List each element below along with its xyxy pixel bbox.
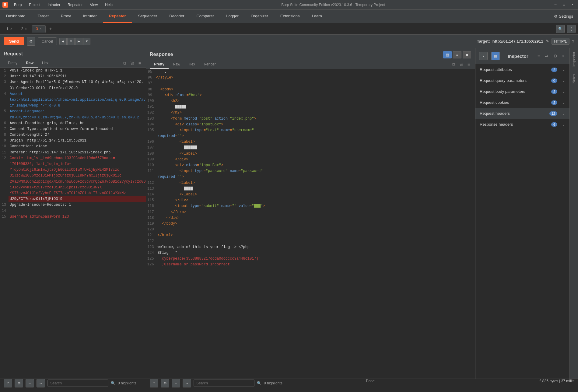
resp-help-icon[interactable]: ? [150, 379, 158, 387]
inspector-equals-icon[interactable]: ⇌ [544, 52, 550, 60]
prev-dropdown[interactable]: ▼ [67, 38, 75, 45]
request-tab-raw[interactable]: Raw [22, 59, 38, 68]
prev-button[interactable]: ◀ [59, 38, 67, 45]
settings-button[interactable]: ⚙ [27, 37, 35, 46]
side-panel: Inspector Notes [569, 48, 578, 379]
more-options-button[interactable]: ⋮ [567, 25, 576, 33]
response-title: Response [150, 52, 173, 57]
resp-settings-icon[interactable]: ⚙ [161, 379, 169, 387]
close-button[interactable]: × [569, 2, 576, 7]
code-line: 115 </div> [146, 198, 475, 203]
request-format-icon[interactable]: ⧉ [122, 60, 128, 67]
response-tabs: Pretty Raw Hex Render [150, 60, 220, 69]
request-tools: ⧉ \n ≡ [122, 60, 142, 67]
view-list-btn[interactable]: ≡ [453, 51, 461, 58]
req-settings-icon[interactable]: ⚙ [15, 379, 23, 387]
maximize-button[interactable]: □ [561, 2, 567, 7]
nav-dashboard[interactable]: Dashboard [0, 10, 32, 23]
nav-intruder[interactable]: Intruder [77, 10, 103, 23]
sidebar-inspector-label[interactable]: Inspector [570, 48, 578, 70]
req-help-icon[interactable]: ? [4, 379, 12, 387]
tab-2-close[interactable]: × [25, 27, 27, 30]
tab-2-label: 2 [21, 27, 23, 31]
help-icon[interactable]: ? [572, 39, 574, 44]
tab-3[interactable]: 3 × [32, 25, 46, 33]
inspector-label-req-headers: Request headers [480, 111, 510, 116]
inspector-row-query[interactable]: Request query parameters 0 ⌄ [475, 75, 569, 86]
request-newline-icon[interactable]: \n [129, 60, 135, 67]
inspector-close-icon[interactable]: × [561, 52, 566, 60]
app-logo: B [2, 2, 8, 8]
request-search-input[interactable] [47, 380, 108, 387]
search-tabs-button[interactable]: 🔍 [556, 25, 565, 33]
request-title: Request [4, 51, 142, 57]
edit-target-icon[interactable]: ✎ [546, 39, 549, 44]
resp-forward-icon[interactable]: → [183, 379, 191, 387]
nav-target[interactable]: Target [32, 10, 55, 23]
request-tab-pretty[interactable]: Pretty [4, 59, 22, 68]
resp-back-icon[interactable]: ← [172, 379, 180, 387]
nav-proxy[interactable]: Proxy [55, 10, 77, 23]
nav-logger[interactable]: Logger [220, 10, 244, 23]
next-button[interactable]: ▶ [75, 38, 82, 45]
nav-sequencer[interactable]: Sequencer [132, 10, 163, 23]
target-url: http://61.147.171.105:62911 [492, 39, 543, 44]
code-line: 99 <div class="box"> [146, 93, 475, 98]
nav-comparer[interactable]: Comparer [190, 10, 220, 23]
tab-1-close[interactable]: × [10, 27, 12, 30]
menu-help[interactable]: Help [104, 2, 114, 8]
response-tab-pretty[interactable]: Pretty [150, 60, 169, 69]
menu-intruder[interactable]: Intruder [47, 2, 61, 8]
response-tab-raw[interactable]: Raw [169, 60, 184, 69]
response-format-icon[interactable]: ⧉ [451, 61, 457, 68]
menu-burp[interactable]: Burp [13, 2, 23, 8]
inspector-single-view[interactable]: ▪ [479, 52, 488, 60]
response-tab-hex[interactable]: Hex [184, 60, 199, 69]
request-code[interactable]: 1POST /index.php HTTP/1.1 2Host: 61.147.… [0, 68, 146, 379]
code-line: 124$flag = " [146, 250, 475, 256]
view-split-btn[interactable]: ▦ [443, 51, 452, 58]
inspector-row-attributes[interactable]: Request attributes 2 ⌄ [475, 64, 569, 75]
menu-view[interactable]: View [89, 2, 99, 8]
request-tab-hex[interactable]: Hex [38, 59, 53, 68]
next-dropdown[interactable]: ▼ [83, 38, 90, 45]
tab-3-close[interactable]: × [40, 27, 42, 30]
req-forward-icon[interactable]: → [37, 379, 45, 387]
nav-repeater[interactable]: Repeater [103, 10, 132, 23]
request-menu-icon[interactable]: ≡ [137, 60, 142, 67]
req-back-icon[interactable]: ← [26, 379, 34, 387]
nav-learn[interactable]: Learn [306, 10, 328, 23]
inspector-list-icon[interactable]: ≡ [536, 52, 541, 60]
add-tab-button[interactable]: + [47, 26, 54, 32]
tab-2[interactable]: 2 × [17, 25, 31, 33]
inspector-row-body[interactable]: Request body parameters 2 ⌄ [475, 86, 569, 97]
http-version[interactable]: HTTP/1 [552, 38, 569, 45]
tab-1[interactable]: 1 × [2, 25, 16, 33]
minimize-button[interactable]: ─ [552, 2, 559, 7]
menu-project[interactable]: Project [28, 2, 41, 8]
response-tab-render[interactable]: Render [199, 60, 220, 69]
menu-repeater[interactable]: Repeater [66, 2, 84, 8]
view-single-btn[interactable]: ■ [463, 51, 471, 58]
send-button[interactable]: Send [4, 37, 24, 45]
code-line: 6Accept-Encoding: gzip, deflate, br [0, 121, 146, 126]
inspector-settings-icon[interactable]: ⚙ [552, 52, 559, 60]
response-search-icon[interactable]: 🔍 [257, 381, 261, 385]
response-newline-icon[interactable]: \n [458, 61, 464, 68]
nav-extensions[interactable]: Extensions [274, 10, 306, 23]
inspector-row-cookies[interactable]: Request cookies 2 ⌄ [475, 97, 569, 108]
response-code[interactable]: 95 , 96</style> 97 98 <body> 99 <div cla… [146, 69, 475, 379]
response-search-input[interactable] [194, 380, 254, 387]
cancel-button[interactable]: Cancel [38, 37, 57, 45]
settings-nav[interactable]: ⚙ Settings [549, 14, 578, 19]
nav-organizer[interactable]: Organizer [245, 10, 274, 23]
request-search-icon[interactable]: 🔍 [111, 381, 115, 385]
response-menu-icon[interactable]: ≡ [466, 61, 471, 68]
inspector-row-resp-headers[interactable]: Response headers 6 ⌄ [475, 119, 569, 130]
response-tabs-row: Pretty Raw Hex Render ⧉ \n ≡ [150, 60, 471, 69]
inspector-split-view[interactable]: ▦ [491, 52, 500, 60]
inspector-row-req-headers[interactable]: Request headers 12 ⌄ [475, 108, 569, 119]
nav-decoder[interactable]: Decoder [163, 10, 190, 23]
code-line: 109 </div> [146, 157, 475, 163]
sidebar-notes-label[interactable]: Notes [570, 70, 578, 87]
